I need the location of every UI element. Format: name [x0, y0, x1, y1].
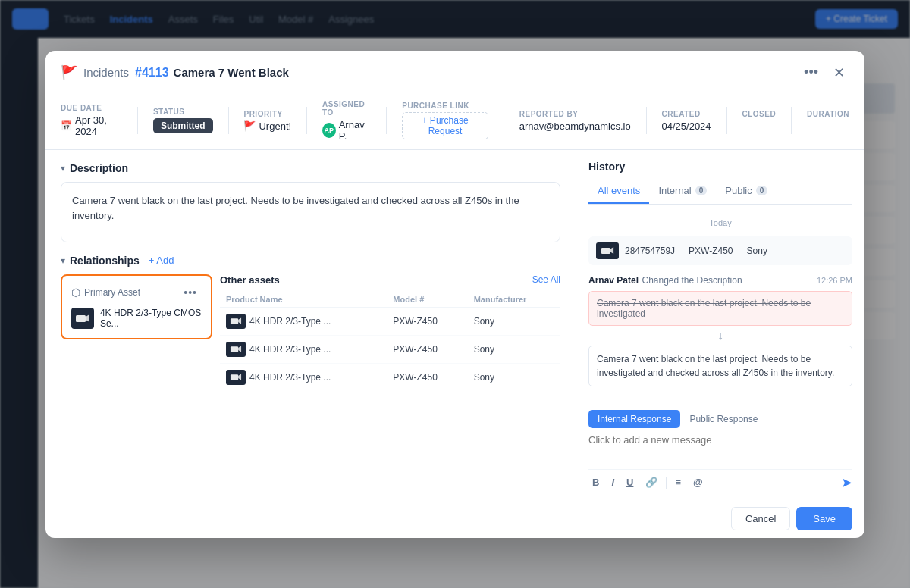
status-label: STATUS — [153, 108, 213, 116]
composer-toolbar: B I U 🔗 ≡ @ ➤ — [588, 469, 852, 491]
meta-separator-8 — [791, 107, 792, 134]
history-event-header: Arnav Patel Changed the Description 12:2… — [588, 273, 852, 286]
priority-label: PRIORITY — [243, 110, 291, 118]
duration-label: DURATION — [807, 110, 849, 118]
history-tabs: All events Internal 0 Public 0 — [588, 180, 852, 205]
asset-row-camera-icon — [226, 342, 246, 357]
cancel-button[interactable]: Cancel — [731, 507, 790, 530]
primary-asset-dots-icon: ••• — [184, 286, 197, 299]
duration-value: – — [807, 120, 849, 132]
tab-internal[interactable]: Internal 0 — [649, 180, 716, 204]
public-response-tab[interactable]: Public Response — [680, 410, 767, 428]
asset-model: PXW-Z450 — [387, 307, 467, 335]
table-row: 4K HDR 2/3-Type ... PXW-Z450 Sony — [220, 363, 560, 391]
closed-group: CLOSED – — [742, 110, 776, 132]
history-action-text: Changed the Description — [642, 275, 742, 286]
closed-value: – — [742, 120, 776, 132]
history-title: History — [588, 161, 852, 173]
assets-table: Product Name Model # Manufacturer — [220, 292, 560, 391]
mention-button[interactable]: @ — [689, 474, 707, 490]
more-options-button[interactable]: ••• — [799, 63, 823, 82]
due-date-value: 📅 Apr 30, 2024 — [61, 114, 122, 137]
meta-separator-4 — [386, 107, 387, 134]
relationships-section-header: ▾ Relationships + Add — [61, 255, 560, 267]
internal-response-tab[interactable]: Internal Response — [588, 410, 680, 428]
history-asset-id: 284754759J — [625, 246, 675, 256]
history-date-divider: Today — [588, 218, 852, 227]
asset-name-cell: 4K HDR 2/3-Type ... — [220, 335, 387, 363]
svg-marker-9 — [610, 247, 614, 254]
relationships-chevron-icon: ▾ — [61, 255, 65, 266]
asset-name-cell: 4K HDR 2/3-Type ... — [220, 307, 387, 335]
flag-icon: 🚩 — [243, 120, 256, 132]
bold-button[interactable]: B — [588, 474, 603, 490]
svg-rect-0 — [76, 315, 86, 322]
tab-public[interactable]: Public 0 — [716, 180, 777, 204]
italic-button[interactable]: I — [607, 474, 618, 490]
message-input[interactable] — [588, 434, 852, 461]
reported-label: REPORTED BY — [519, 110, 631, 118]
avatar: AP — [322, 123, 336, 138]
meta-separator-6 — [646, 107, 647, 134]
modal-header-actions: ••• ✕ — [799, 63, 849, 83]
list-button[interactable]: ≡ — [671, 474, 685, 490]
calendar-icon: 📅 — [61, 120, 72, 131]
purchase-link-button[interactable]: + Purchase Request — [402, 112, 488, 139]
other-assets-header: Other assets See All — [220, 274, 560, 286]
created-label: CREATED — [662, 110, 711, 118]
asset-cube-icon: ⬡ — [71, 286, 80, 299]
description-section-header: ▾ Description — [61, 162, 560, 174]
save-button[interactable]: Save — [796, 507, 852, 530]
history-change-event: Arnav Patel Changed the Description 12:2… — [588, 273, 852, 386]
history-content: Today 284754759J PXW-Z450 Sony — [576, 205, 864, 402]
toolbar-divider — [666, 477, 667, 489]
meta-separator-7 — [726, 107, 727, 134]
purchase-label: PURCHASE LINK — [402, 102, 488, 110]
modal-footer: Cancel Save — [576, 499, 864, 538]
asset-row-camera-icon — [226, 314, 246, 329]
created-value: 04/25/2024 — [662, 120, 711, 132]
other-assets-title: Other assets — [220, 274, 280, 286]
asset-manufacturer: Sony — [468, 307, 560, 335]
incidents-icon: 🚩 — [61, 64, 77, 81]
right-panel: History All events Internal 0 Public 0 — [576, 150, 864, 538]
left-panel: ▾ Description Camera 7 went black on the… — [46, 150, 576, 538]
primary-asset-camera-icon — [71, 308, 94, 329]
due-date-label: DUE DATE — [61, 104, 122, 112]
asset-model: PXW-Z450 — [387, 363, 467, 391]
col-product-name: Product Name — [220, 292, 387, 308]
history-arrow-icon: ↓ — [588, 329, 852, 342]
svg-rect-6 — [231, 374, 238, 380]
purchase-group: PURCHASE LINK + Purchase Request — [402, 102, 488, 139]
see-all-button[interactable]: See All — [532, 274, 560, 285]
primary-asset-name: 4K HDR 2/3-Type CMOS Se... — [100, 308, 202, 329]
send-button[interactable]: ➤ — [841, 474, 852, 491]
asset-name-cell: 4K HDR 2/3-Type ... — [220, 363, 387, 391]
primary-asset-label: ⬡ Primary Asset — [71, 286, 140, 299]
add-relationship-button[interactable]: + Add — [149, 255, 174, 266]
status-value: Submitted — [153, 118, 213, 133]
priority-group: PRIORITY 🚩 Urgent! — [243, 110, 291, 132]
description-box: Camera 7 went black on the last project.… — [61, 182, 560, 242]
status-group: STATUS Submitted — [153, 108, 213, 133]
svg-rect-4 — [231, 346, 238, 352]
tab-all-events[interactable]: All events — [588, 180, 649, 204]
modal-body: ▾ Description Camera 7 went black on the… — [46, 150, 864, 538]
reported-value: arnav@beamdynamics.io — [519, 120, 631, 132]
link-button[interactable]: 🔗 — [642, 474, 661, 490]
history-old-text: Camera 7 went black on the last project.… — [588, 291, 852, 326]
assigned-group: ASSIGNED TO AP Arnav P. — [322, 100, 371, 142]
primary-asset-card: ⬡ Primary Asset ••• — [61, 274, 212, 339]
svg-marker-5 — [238, 346, 241, 352]
close-button[interactable]: ✕ — [829, 63, 849, 83]
asset-product-name: 4K HDR 2/3-Type ... — [249, 344, 331, 355]
close-icon: ✕ — [833, 64, 845, 81]
underline-button[interactable]: U — [623, 474, 637, 490]
history-new-text: Camera 7 went black on the last project.… — [588, 346, 852, 386]
primary-asset-more-button[interactable]: ••• — [179, 285, 202, 300]
meta-separator-1 — [137, 107, 138, 134]
status-badge[interactable]: Submitted — [153, 118, 213, 133]
asset-row-camera-icon — [226, 370, 246, 385]
closed-label: CLOSED — [742, 110, 776, 118]
internal-badge: 0 — [695, 186, 708, 195]
